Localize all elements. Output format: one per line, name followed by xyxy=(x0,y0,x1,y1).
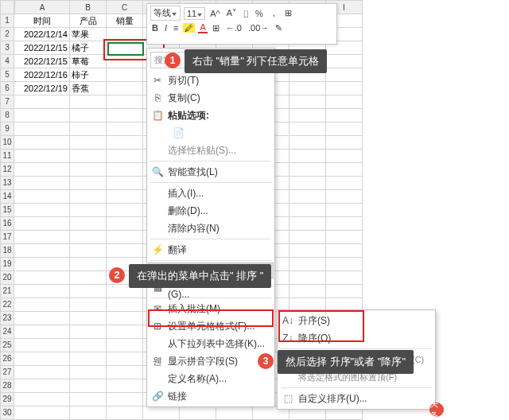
cell-B11[interactable] xyxy=(70,150,107,163)
cell-C29[interactable] xyxy=(107,393,143,406)
cell-H11[interactable] xyxy=(289,150,326,163)
cell-C30[interactable] xyxy=(107,406,143,420)
cell-C15[interactable] xyxy=(107,204,143,217)
row-header-19[interactable]: 19 xyxy=(0,258,14,271)
italic-button[interactable]: I xyxy=(163,23,169,33)
cell-B27[interactable] xyxy=(70,366,107,379)
cell-A9[interactable] xyxy=(14,122,70,136)
cell-B2[interactable]: 苹果 xyxy=(70,28,107,41)
font-size-box[interactable]: 11 xyxy=(184,7,205,20)
menu-hyperlink[interactable]: 🔗链接 xyxy=(147,387,274,405)
cell-A27[interactable] xyxy=(14,366,70,379)
cell-B24[interactable] xyxy=(70,325,107,339)
cell-A18[interactable] xyxy=(14,244,70,258)
cell-C24[interactable] xyxy=(107,325,143,339)
cell-B12[interactable] xyxy=(70,163,107,177)
cell-H15[interactable] xyxy=(289,204,326,217)
cell-A22[interactable] xyxy=(14,298,70,312)
increase-decimal-icon[interactable]: .00→ xyxy=(247,23,270,33)
row-header-12[interactable]: 12 xyxy=(0,163,14,177)
decrease-font-icon[interactable]: A˅ xyxy=(225,8,239,18)
row-header-15[interactable]: 15 xyxy=(0,204,14,217)
cell-D30[interactable] xyxy=(143,406,180,420)
cell-B15[interactable] xyxy=(70,204,107,217)
cell-C25[interactable] xyxy=(107,339,143,352)
cell-H20[interactable] xyxy=(289,271,326,285)
cell-C26[interactable] xyxy=(107,352,143,366)
cell-I5[interactable] xyxy=(326,68,363,82)
submenu-ascending[interactable]: A↓升序(S) xyxy=(278,312,435,329)
cell-B28[interactable] xyxy=(70,379,107,393)
menu-insert[interactable]: 插入(I)... xyxy=(147,185,274,202)
row-header-17[interactable]: 17 xyxy=(0,231,14,244)
menu-format-cells[interactable]: ⊞设置单元格格式(F)... xyxy=(147,317,274,335)
cell-C9[interactable] xyxy=(107,122,143,136)
cell-A5[interactable]: 2022/12/16 xyxy=(14,68,70,82)
cell-B16[interactable] xyxy=(70,217,107,231)
cell-A20[interactable] xyxy=(14,271,70,285)
cell-B25[interactable] xyxy=(70,339,107,352)
cell-B8[interactable] xyxy=(70,109,107,122)
row-header-3[interactable]: 3 xyxy=(0,41,14,55)
cell-A3[interactable]: 2022/12/15 xyxy=(14,41,70,55)
cell-C22[interactable] xyxy=(107,298,143,312)
cell-C1[interactable]: 销量 xyxy=(107,14,143,28)
cell-A26[interactable] xyxy=(14,352,70,366)
cell-H6[interactable] xyxy=(289,82,326,95)
format-icon[interactable]: ✎ xyxy=(274,23,284,33)
row-header-25[interactable]: 25 xyxy=(0,339,14,352)
cell-A16[interactable] xyxy=(14,217,70,231)
cell-I16[interactable] xyxy=(326,217,363,231)
row-header-4[interactable]: 4 xyxy=(0,55,14,68)
cell-A24[interactable] xyxy=(14,325,70,339)
cell-A1[interactable]: 时间 xyxy=(14,14,70,28)
format-painter-icon[interactable]: ⌷ xyxy=(242,9,251,18)
cell-C14[interactable] xyxy=(107,190,143,204)
cell-A17[interactable] xyxy=(14,231,70,244)
row-header-2[interactable]: 2 xyxy=(0,28,14,41)
cell-B26[interactable] xyxy=(70,352,107,366)
cell-I7[interactable] xyxy=(326,95,363,109)
cell-A4[interactable]: 2022/12/15 xyxy=(14,55,70,68)
row-header-6[interactable]: 6 xyxy=(0,82,14,95)
cell-A25[interactable] xyxy=(14,339,70,352)
row-header-5[interactable]: 5 xyxy=(0,68,14,82)
cell-A14[interactable] xyxy=(14,190,70,204)
cell-I13[interactable] xyxy=(326,177,363,190)
cell-C23[interactable] xyxy=(107,312,143,325)
cell-I14[interactable] xyxy=(326,190,363,204)
cell-A19[interactable] xyxy=(14,258,70,271)
cell-B30[interactable] xyxy=(70,406,107,420)
row-header-18[interactable]: 18 xyxy=(0,244,14,258)
cell-B19[interactable] xyxy=(70,258,107,271)
cell-I11[interactable] xyxy=(326,150,363,163)
cell-C6[interactable] xyxy=(107,82,143,95)
row-header-22[interactable]: 22 xyxy=(0,298,14,312)
cell-H13[interactable] xyxy=(289,177,326,190)
row-header-10[interactable]: 10 xyxy=(0,136,14,150)
cell-C12[interactable] xyxy=(107,163,143,177)
borders-icon[interactable]: ⊞ xyxy=(283,8,293,18)
row-header-28[interactable]: 28 xyxy=(0,379,14,393)
menu-delete[interactable]: 删除(D)... xyxy=(147,202,274,220)
cell-I20[interactable] xyxy=(326,271,363,285)
menu-paste-default[interactable]: 📄 xyxy=(147,124,274,142)
increase-font-icon[interactable]: A^ xyxy=(208,9,222,18)
cell-A28[interactable] xyxy=(14,379,70,393)
cell-I6[interactable] xyxy=(326,82,363,95)
cell-C7[interactable] xyxy=(107,95,143,109)
fill-color-icon[interactable]: 🖉 xyxy=(183,23,195,33)
cell-A11[interactable] xyxy=(14,150,70,163)
cell-C10[interactable] xyxy=(107,136,143,150)
cell-C27[interactable] xyxy=(107,366,143,379)
cell-C5[interactable] xyxy=(107,68,143,82)
cell-A21[interactable] xyxy=(14,285,70,298)
menu-paste-special[interactable]: 选择性粘贴(S)... xyxy=(147,142,274,159)
row-header-30[interactable]: 30 xyxy=(0,406,14,420)
row-header-24[interactable]: 24 xyxy=(0,325,14,339)
align-icon[interactable]: ≡ xyxy=(172,23,180,33)
cell-C16[interactable] xyxy=(107,217,143,231)
row-header-16[interactable]: 16 xyxy=(0,217,14,231)
cell-A29[interactable] xyxy=(14,393,70,406)
cell-B22[interactable] xyxy=(70,298,107,312)
